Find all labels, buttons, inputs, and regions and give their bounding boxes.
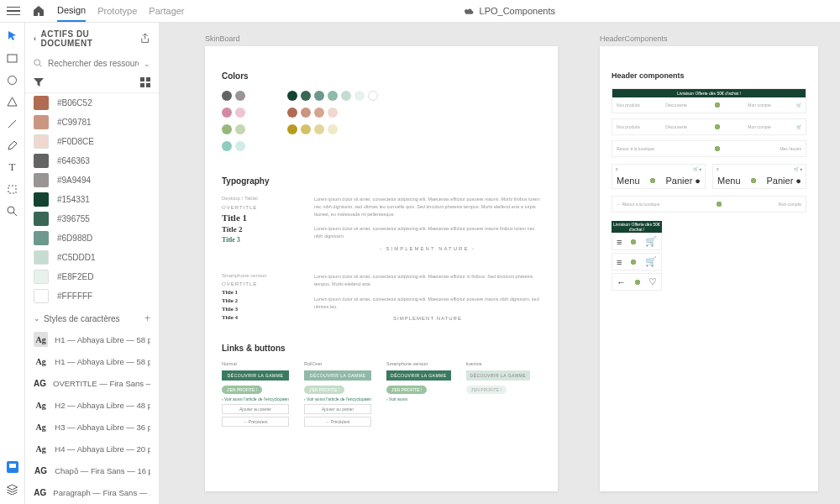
svg-rect-10: [140, 77, 144, 81]
section-header: Typography: [222, 176, 541, 186]
color-dot: [287, 124, 297, 134]
char-style[interactable]: AgH1 — Abhaya Libre — 58 pt: [25, 350, 159, 372]
hamburger-menu[interactable]: [7, 4, 20, 18]
color-asset[interactable]: #6D988D: [25, 228, 159, 248]
libraries-icon[interactable]: [6, 460, 19, 474]
title2-sample: Title 2: [222, 225, 297, 234]
header-mobile-variant: ≡🛒 ● MenuPanier ●: [612, 164, 706, 189]
color-asset[interactable]: #9A9494: [25, 171, 159, 190]
overtitle-sample: OVERTITLE: [222, 205, 297, 210]
title3-sample: Title 3: [222, 236, 297, 244]
artboard-title[interactable]: HeaderComponents: [600, 34, 818, 43]
color-dot: [368, 91, 378, 101]
svg-rect-13: [146, 83, 150, 87]
color-asset[interactable]: #FFFFFF: [25, 286, 159, 306]
color-dot: [328, 108, 338, 118]
line-tool[interactable]: [6, 117, 19, 130]
char-style[interactable]: AgH4 — Abhaya Libre — 20 pt: [25, 438, 159, 459]
logo-icon: [714, 199, 724, 209]
tagline-sample: - SIMPLEMENT NATURE -: [314, 245, 541, 254]
cloud-icon: [463, 8, 475, 15]
color-asset[interactable]: #B06C52: [25, 93, 159, 113]
char-style[interactable]: AGChapô — Fira Sans — 16 pt: [25, 459, 159, 481]
search-icon: [34, 59, 43, 68]
color-dot: [301, 124, 311, 134]
rectangle-tool[interactable]: [6, 51, 19, 65]
color-dot: [222, 141, 232, 151]
select-tool[interactable]: [6, 29, 19, 43]
color-dot: [235, 108, 245, 118]
tagline-sample: SIMPLEMENT NATURE: [314, 315, 541, 323]
color-dot: [235, 141, 245, 151]
header-variant: Retour à la boutiqueMes favoris: [612, 140, 806, 157]
char-styles-header: Styles de caractères: [44, 314, 120, 323]
chevron-down-icon[interactable]: ⌄: [34, 314, 40, 323]
color-dot: [287, 91, 297, 101]
char-style[interactable]: AGParagraph — Fira Sans — 14 pt: [25, 481, 159, 503]
title1-sample: Title 1: [222, 213, 297, 223]
promo-bar: Livraison Offerte dès 50€ d'achat !: [612, 89, 806, 97]
color-dot: [314, 108, 324, 118]
lorem-text: Lorem ipsum dolor sit amet, consectetur …: [314, 273, 541, 328]
char-style[interactable]: AgH1 — Abhaya Libre — 58 pt: [25, 328, 159, 350]
color-dot: [287, 108, 297, 118]
char-style[interactable]: AGOVERTITLE — Fira Sans — 18 pt: [25, 372, 159, 394]
logo-icon: [712, 144, 722, 154]
artboard-header-components[interactable]: Header components Livraison Offerte dès …: [600, 46, 818, 491]
color-asset[interactable]: #F0D8CE: [25, 132, 159, 151]
canvas[interactable]: SkinBoard Colors Typography Desktop / Ta…: [160, 23, 840, 504]
section-header: Links & buttons: [222, 344, 541, 353]
color-dot: [341, 91, 351, 101]
pen-tool[interactable]: [6, 139, 19, 152]
layers-icon[interactable]: [6, 482, 19, 496]
polygon-tool[interactable]: [6, 95, 19, 108]
svg-rect-0: [8, 55, 17, 62]
tab-design[interactable]: Design: [57, 0, 86, 22]
color-asset[interactable]: #C99781: [25, 113, 159, 132]
color-dot: [314, 91, 324, 101]
char-style[interactable]: AgH2 — Abhaya Libre — 48 pt: [25, 394, 159, 416]
header-variant: ← Retour à la boutiqueMon compte: [612, 196, 806, 213]
color-asset[interactable]: #E8F2ED: [25, 267, 159, 286]
color-dot: [222, 108, 232, 118]
color-dot: [235, 124, 245, 134]
text-tool[interactable]: T: [6, 160, 19, 174]
title-sample: Title 4: [222, 314, 297, 321]
assets-title: ACTIFS DU DOCUMENT: [41, 29, 139, 48]
section-header: Header components: [612, 71, 806, 80]
typo-sublabel: Smartphone version: [222, 273, 297, 278]
home-icon[interactable]: [32, 4, 45, 18]
svg-rect-11: [146, 77, 150, 81]
color-dot: [301, 108, 311, 118]
filter-icon[interactable]: [34, 78, 44, 87]
logo-icon: [748, 176, 759, 186]
tab-share[interactable]: Partager: [149, 1, 184, 21]
svg-rect-12: [140, 83, 144, 87]
zoom-tool[interactable]: [6, 204, 19, 218]
artboard-skinboard[interactable]: Colors Typography Desktop / Tablet OVERT…: [205, 46, 558, 491]
add-style-button[interactable]: +: [144, 312, 150, 324]
lorem-text: Lorem ipsum dolor sit amet, consectetur …: [314, 196, 541, 258]
svg-rect-7: [9, 464, 16, 468]
share-icon[interactable]: [139, 33, 150, 44]
color-dot: [301, 91, 311, 101]
title-sample: Title 2: [222, 297, 297, 304]
artboard-tool[interactable]: [6, 182, 19, 196]
ellipse-tool[interactable]: [6, 73, 19, 87]
chevron-left-icon[interactable]: ‹: [34, 34, 37, 43]
char-style[interactable]: AgH3 — Abhaya Libre — 36 pt: [25, 416, 159, 438]
chevron-down-icon[interactable]: ⌄: [144, 60, 150, 68]
color-asset[interactable]: #646363: [25, 151, 159, 171]
color-asset[interactable]: #C5DDD1: [25, 248, 159, 267]
color-asset[interactable]: #154331: [25, 190, 159, 209]
overtitle-sample: OVERTITLE: [222, 281, 297, 286]
tab-prototype[interactable]: Prototype: [97, 1, 137, 21]
svg-line-5: [13, 213, 17, 216]
grid-view-icon[interactable]: [140, 77, 150, 87]
header-variant: Nos produitsDécouverteMon compte🛒: [612, 118, 806, 135]
color-asset[interactable]: #396755: [25, 209, 159, 228]
color-dot: [314, 124, 324, 134]
artboard-title[interactable]: SkinBoard: [205, 34, 558, 43]
document-title[interactable]: LPO_Components: [480, 6, 556, 16]
search-input[interactable]: [48, 59, 139, 68]
